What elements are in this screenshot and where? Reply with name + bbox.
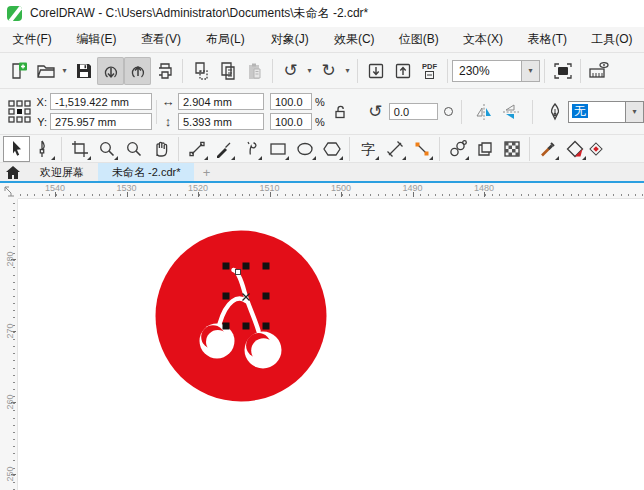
horizontal-ruler[interactable]: 1540153015201510150014901480 [18, 183, 644, 199]
menu-tools[interactable]: 工具(O) [580, 27, 644, 52]
outline-width-value[interactable]: 无 [572, 104, 588, 118]
y-position-field[interactable]: 275.957 mm [50, 113, 152, 130]
cherry-right[interactable] [245, 332, 282, 369]
ellipse-tool[interactable] [291, 136, 318, 162]
rectangle-tool[interactable] [264, 136, 291, 162]
x-position-field[interactable]: -1,519.422 mm [50, 93, 152, 110]
ruler-origin-button[interactable] [0, 183, 18, 199]
ruler-minor-tick [27, 194, 28, 196]
open-document-button[interactable] [32, 57, 59, 85]
ruler-minor-tick [13, 439, 15, 440]
tab-welcome-screen[interactable]: 欢迎屏幕 [26, 163, 98, 181]
selection-handle-n[interactable] [243, 263, 250, 270]
ruler-minor-tick [163, 194, 164, 196]
lock-ratio-button[interactable] [327, 98, 354, 126]
rotation-angle-field[interactable]: 0.0 [389, 103, 438, 120]
tab-document[interactable]: 未命名 -2.cdr* [98, 163, 194, 181]
ruler-minor-tick [535, 194, 536, 196]
cut-button[interactable] [187, 57, 214, 85]
menu-file[interactable]: 文件(F) [0, 27, 64, 52]
selection-handle-s[interactable] [243, 323, 250, 330]
selection-handle-w[interactable] [223, 293, 230, 300]
selection-handle-e[interactable] [263, 293, 270, 300]
mesh-fill-tool[interactable] [588, 136, 604, 162]
ruler-minor-tick [213, 194, 214, 196]
selection-handle-sw[interactable] [223, 323, 230, 330]
open-dropdown-caret[interactable]: ▾ [59, 57, 70, 85]
menu-edit[interactable]: 编辑(E) [64, 27, 128, 52]
undo-dropdown-caret[interactable]: ▾ [304, 57, 315, 85]
text-tool[interactable]: 字 [354, 136, 381, 162]
dimension-tool[interactable] [381, 136, 408, 162]
zoom-level-combobox[interactable]: 230% ▾ [452, 60, 540, 82]
open-from-cloud-button[interactable] [97, 57, 124, 85]
ruler-minor-tick [249, 194, 250, 196]
save-button[interactable] [70, 57, 97, 85]
scale-x-field[interactable]: 100.0 [270, 93, 312, 110]
selection-handle-nw[interactable] [223, 263, 230, 270]
ruler-minor-tick [292, 194, 293, 196]
save-to-cloud-button[interactable] [124, 57, 151, 85]
export-button[interactable] [389, 57, 416, 85]
interactive-fill-tool[interactable] [561, 136, 588, 162]
zoom-level-value[interactable]: 230% [453, 64, 521, 78]
polygon-tool[interactable] [318, 136, 345, 162]
redo-button[interactable]: ↻ [315, 57, 342, 85]
artistic-media-tool[interactable] [210, 136, 237, 162]
eyedropper-tool[interactable] [534, 136, 561, 162]
copy-button[interactable] [214, 57, 241, 85]
home-tab-button[interactable] [0, 163, 26, 181]
menu-effects[interactable]: 效果(C) [322, 27, 386, 52]
mirror-vertical-button[interactable] [497, 98, 524, 126]
object-height-field[interactable]: 5.393 mm [178, 113, 264, 130]
drawing-canvas[interactable] [18, 199, 644, 490]
outline-width-combobox[interactable]: 无 ▾ [568, 101, 644, 123]
pick-tool[interactable] [3, 136, 30, 162]
ruler-minor-tick [13, 232, 15, 233]
new-tab-button[interactable]: + [194, 163, 218, 181]
selection-handle-ne[interactable] [263, 263, 270, 270]
zoom-tool-alt[interactable] [120, 136, 147, 162]
ruler-minor-tick [63, 194, 64, 196]
full-screen-preview-button[interactable] [549, 57, 576, 85]
connector-tool[interactable] [408, 136, 435, 162]
object-width-field[interactable]: 2.904 mm [178, 93, 264, 110]
mirror-horizontal-button[interactable] [470, 98, 497, 126]
ruler-minor-tick [235, 194, 236, 196]
print-button[interactable] [151, 57, 178, 85]
shape-tool[interactable] [30, 136, 57, 162]
title-bar: CorelDRAW - C:\Users\Administrator\Docum… [0, 0, 644, 27]
vertical-ruler[interactable]: 280270260250 [0, 199, 18, 490]
blend-tool[interactable] [444, 136, 471, 162]
menu-object[interactable]: 对象(J) [258, 27, 322, 52]
drop-shadow-tool[interactable] [471, 136, 498, 162]
show-rulers-button[interactable] [585, 57, 612, 85]
zoom-level-caret[interactable]: ▾ [521, 61, 539, 81]
menu-text[interactable]: 文本(X) [451, 27, 515, 52]
logo-red-circle[interactable] [156, 231, 327, 402]
pan-tool[interactable] [147, 136, 174, 162]
menu-layout[interactable]: 布局(L) [193, 27, 257, 52]
path-start-node[interactable] [236, 270, 241, 275]
outline-width-caret[interactable]: ▾ [625, 102, 643, 122]
zoom-tool[interactable] [93, 136, 120, 162]
bezier-curve-tool[interactable] [237, 136, 264, 162]
ruler-minor-tick [13, 360, 15, 361]
new-document-button[interactable] [5, 57, 32, 85]
undo-button[interactable]: ↺ [277, 57, 304, 85]
scale-y-field[interactable]: 100.0 [270, 113, 312, 130]
freehand-tool[interactable] [183, 136, 210, 162]
redo-dropdown-caret[interactable]: ▾ [342, 57, 353, 85]
ruler-minor-tick [563, 194, 564, 196]
ruler-minor-tick [592, 194, 593, 196]
transparency-tool[interactable] [498, 136, 525, 162]
menu-bitmaps[interactable]: 位图(B) [386, 27, 450, 52]
ruler-minor-tick [499, 194, 500, 196]
menu-view[interactable]: 查看(V) [129, 27, 193, 52]
toolbox-separator [439, 137, 440, 161]
menu-table[interactable]: 表格(T) [515, 27, 579, 52]
selection-handle-se[interactable] [263, 323, 270, 330]
import-button[interactable] [362, 57, 389, 85]
crop-tool[interactable] [66, 136, 93, 162]
publish-pdf-button[interactable]: PDF [416, 57, 443, 85]
